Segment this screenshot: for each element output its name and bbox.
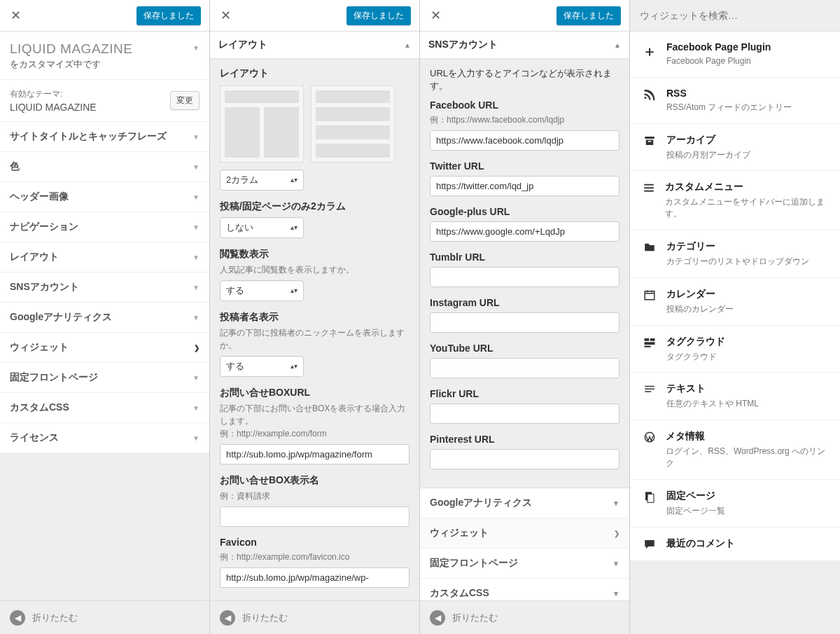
widget-desc: カスタムメニューをサイドバーに追加します。	[665, 196, 827, 220]
views-desc: 人気記事に閲覧数を表示しますか。	[220, 263, 410, 276]
sidebar-item[interactable]: レイアウト▼	[0, 242, 209, 273]
svg-rect-4	[644, 188, 654, 189]
section-item[interactable]: 固定フロントページ▼	[420, 549, 629, 579]
saved-button[interactable]: 保存しました	[556, 6, 621, 25]
widget-item[interactable]: ＋ Facebook Page PluginFacebook Page Plug…	[630, 32, 840, 78]
collapse-footer[interactable]: ◀ 折りたたむ	[420, 600, 629, 634]
chevron-down-icon: ▼	[192, 193, 200, 201]
sidebar-item[interactable]: 固定フロントページ▼	[0, 363, 209, 393]
section-item-label: 固定フロントページ	[430, 557, 518, 570]
favicon-input[interactable]	[220, 567, 410, 588]
widget-item[interactable]: カスタムメニューカスタムメニューをサイドバーに追加します。	[630, 171, 840, 230]
sidebar-item-label: サイトタイトルとキャッチフレーズ	[10, 130, 167, 143]
gp-label: Google-plus URL	[430, 206, 620, 217]
widget-title: 最近のコメント	[666, 537, 735, 550]
section-item-label: カスタムCSS	[430, 587, 489, 600]
text-icon	[643, 383, 657, 410]
sidebar-item-label: ライセンス	[10, 432, 59, 444]
section-header-sns[interactable]: SNSアカウント ▲	[420, 32, 629, 59]
layout-thumbnails	[220, 85, 410, 163]
widget-title: カテゴリー	[666, 240, 809, 253]
column-select[interactable]: 2カラム▴▾	[220, 170, 304, 191]
sidebar-item[interactable]: ライセンス▼	[0, 423, 209, 453]
archive-icon	[643, 134, 657, 161]
yt-input[interactable]	[430, 358, 620, 378]
author-label: 投稿者名表示	[220, 311, 410, 324]
folder-icon	[643, 240, 657, 268]
widget-item[interactable]: 固定ページ固定ページ一覧	[630, 480, 840, 528]
author-select[interactable]: する▴▾	[220, 356, 304, 377]
contact-url-input[interactable]	[220, 444, 410, 464]
widget-item[interactable]: 最近のコメント	[630, 528, 840, 561]
close-icon[interactable]: ✕	[218, 8, 232, 22]
sidebar-item[interactable]: カスタムCSS▼	[0, 393, 209, 423]
tw-input[interactable]	[430, 176, 620, 196]
sidebar-item-label: ナビゲーション	[10, 221, 78, 233]
saved-button[interactable]: 保存しました	[346, 6, 411, 25]
chevron-up-icon: ▲	[614, 41, 621, 49]
widget-item[interactable]: タグクラウドタグクラウド	[630, 326, 840, 373]
ig-label: Instagram URL	[430, 297, 620, 308]
pi-input[interactable]	[430, 449, 620, 469]
contact-name-input[interactable]	[220, 506, 410, 527]
sidebar-item[interactable]: ウィジェット❯	[0, 333, 209, 363]
widget-search-input[interactable]	[640, 6, 830, 25]
sidebar-item[interactable]: ヘッダー画像▼	[0, 182, 209, 212]
panel-header: ✕ 保存しました	[420, 0, 629, 32]
contact-name-desc: 例：資料請求	[220, 490, 410, 502]
svg-rect-11	[650, 338, 655, 341]
close-icon[interactable]: ✕	[428, 8, 442, 22]
fl-input[interactable]	[430, 404, 620, 424]
widget-desc: 投稿のカレンダー	[666, 303, 734, 315]
gp-input[interactable]	[430, 221, 620, 242]
chevron-right-icon: ❯	[614, 530, 620, 537]
svg-rect-1	[646, 139, 654, 145]
views-label: 閲覧数表示	[220, 248, 410, 261]
collapse-icon: ◀	[220, 610, 235, 626]
collapse-footer[interactable]: ◀ 折りたたむ	[210, 600, 419, 634]
active-theme-label: 有効なテーマ:	[10, 88, 97, 100]
sidebar-item[interactable]: SNSアカウント▼	[0, 273, 209, 303]
close-icon[interactable]: ✕	[8, 8, 22, 22]
widget-title: テキスト	[666, 383, 759, 395]
author-desc: 記事の下部に投稿者のニックネームを表示しますか。	[220, 326, 410, 352]
widget-item[interactable]: カテゴリーカテゴリーのリストやドロップダウン	[630, 230, 840, 278]
chevron-right-icon: ❯	[194, 344, 200, 352]
comment-icon	[643, 537, 657, 551]
svg-rect-19	[648, 494, 654, 502]
sidebar-item[interactable]: サイトタイトルとキャッチフレーズ▼	[0, 122, 209, 152]
chevron-down-icon: ▼	[192, 314, 200, 322]
widget-item[interactable]: テキスト任意のテキストや HTML	[630, 373, 840, 420]
＋-icon: ＋	[643, 41, 657, 67]
sidebar-item[interactable]: 色▼	[0, 152, 209, 182]
post-2col-select[interactable]: しない▴▾	[220, 217, 304, 238]
tw-label: Twitter URL	[430, 160, 620, 172]
chevron-down-icon: ▼	[612, 590, 620, 598]
change-theme-button[interactable]: 変更	[170, 91, 200, 110]
svg-rect-0	[645, 137, 654, 139]
widget-item[interactable]: RSSRSS/Atom フィードのエントリー	[630, 78, 840, 124]
svg-rect-12	[645, 342, 655, 345]
collapse-footer[interactable]: ◀ 折りたたむ	[0, 600, 209, 634]
widget-item[interactable]: アーカイブ投稿の月別アーカイブ	[630, 124, 840, 172]
svg-rect-3	[644, 184, 654, 186]
sidebar-item[interactable]: ナビゲーション▼	[0, 212, 209, 242]
section-header-layout[interactable]: レイアウト ▲	[210, 32, 419, 59]
ig-input[interactable]	[430, 312, 620, 333]
views-select[interactable]: する▴▾	[220, 280, 304, 301]
section-item[interactable]: カスタムCSS▼	[420, 579, 629, 600]
fb-label: Facebook URL	[430, 99, 620, 111]
widget-desc: RSS/Atom フィードのエントリー	[666, 102, 792, 113]
sidebar-item[interactable]: Googleアナリティクス▼	[0, 303, 209, 333]
section-item[interactable]: Googleアナリティクス▼	[420, 488, 629, 518]
widget-item[interactable]: カレンダー投稿のカレンダー	[630, 278, 840, 326]
chevron-down-icon: ▼	[192, 254, 200, 261]
saved-button[interactable]: 保存しました	[136, 6, 201, 25]
fb-input[interactable]	[430, 130, 620, 151]
tm-input[interactable]	[430, 267, 620, 287]
section-item[interactable]: ウィジェット❯	[420, 518, 629, 549]
calendar-icon	[643, 288, 657, 315]
layout-thumb-1col[interactable]	[311, 85, 395, 163]
widget-item[interactable]: メタ情報ログイン、RSS、WordPress.org へのリンク	[630, 420, 840, 480]
layout-thumb-2col[interactable]	[220, 85, 304, 163]
